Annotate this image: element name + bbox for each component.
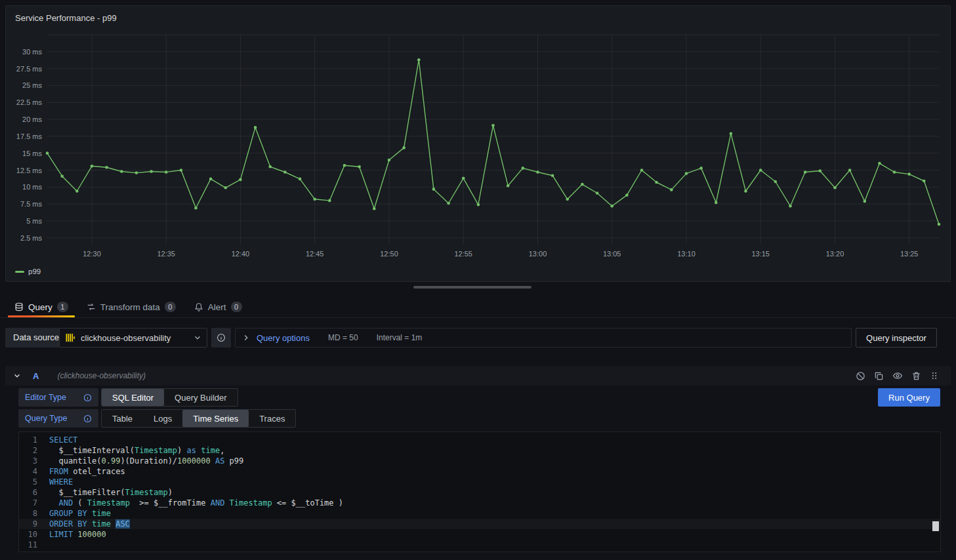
hide-response-eye-icon[interactable]: [892, 370, 903, 381]
series-point: [328, 199, 331, 203]
code-line-11[interactable]: 11: [19, 540, 940, 550]
series-point: [907, 172, 911, 176]
series-point: [640, 169, 644, 172]
series-point: [744, 190, 747, 193]
database-icon: [14, 302, 24, 311]
series-point: [447, 202, 450, 205]
datasource-help-button[interactable]: [211, 328, 231, 348]
line-number: 7: [19, 498, 49, 508]
query-type-time-series[interactable]: Time Series: [182, 410, 249, 427]
query-options-max-datapoints: MD = 50: [328, 333, 358, 342]
x-tick-label: 13:15: [751, 250, 770, 258]
series-point: [685, 172, 688, 175]
query-type-row: Query Type TableLogsTime SeriesTraces: [18, 409, 296, 428]
x-tick-label: 12:45: [306, 250, 324, 258]
info-circle-icon[interactable]: [83, 393, 92, 402]
editor-type-label-chip: Editor Type: [18, 388, 98, 407]
series-point: [358, 165, 361, 169]
y-tick-label: 27.5 ms: [16, 65, 43, 73]
query-options-bar: Query options MD = 50 Interval = 1m: [235, 328, 852, 348]
series-point: [848, 169, 852, 172]
code-line-1[interactable]: 1SELECT: [19, 435, 940, 445]
y-tick-label: 17.5 ms: [16, 132, 43, 140]
timeseries-panel: Service Performance - p99 2.5 ms5 ms7.5 …: [5, 5, 951, 282]
code-line-3[interactable]: 3 quantile(0.99)(Duration)/1000000 AS p9…: [19, 456, 940, 466]
series-point: [789, 205, 792, 208]
remove-query-trash-icon[interactable]: [911, 371, 921, 381]
code-line-7[interactable]: 7 AND ( Timestamp >= $__fromTime AND Tim…: [19, 498, 940, 508]
chevron-right-icon[interactable]: [242, 334, 250, 342]
bell-icon: [194, 302, 203, 311]
editor-type-sql-editor[interactable]: SQL Editor: [102, 389, 164, 406]
query-type-table[interactable]: Table: [102, 410, 143, 427]
horizontal-scrollbar-thumb[interactable]: [413, 286, 531, 289]
editor-scrollbar-thumb[interactable]: [932, 521, 939, 531]
clickhouse-logo-icon: [65, 332, 75, 343]
datasource-picker-value: clickhouse-observability: [81, 333, 171, 343]
series-point: [402, 146, 405, 150]
series-point: [819, 169, 822, 172]
series-point: [60, 174, 64, 178]
code-line-2[interactable]: 2 $__timeInterval(Timestamp) as time,: [19, 445, 940, 456]
drag-handle-icon[interactable]: [930, 371, 939, 380]
query-options-toggle[interactable]: Query options: [257, 333, 310, 343]
timeseries-chart[interactable]: 2.5 ms5 ms7.5 ms10 ms12.5 ms15 ms17.5 ms…: [10, 28, 946, 262]
chart-legend: p99: [15, 268, 41, 275]
series-point: [833, 186, 837, 190]
series-point: [938, 223, 941, 226]
duplicate-query-icon[interactable]: [874, 371, 884, 381]
series-point: [566, 198, 570, 201]
y-tick-label: 25 ms: [22, 81, 42, 89]
collapse-query-chevron-icon[interactable]: [13, 372, 21, 380]
tab-bar: Query 1 Transform data 0 Alert 0: [0, 296, 956, 318]
tab-query[interactable]: Query 1: [5, 296, 77, 317]
run-query-button[interactable]: Run Query: [878, 388, 940, 407]
series-point: [462, 177, 465, 180]
series-point: [551, 174, 554, 177]
code-line-10[interactable]: 10LIMIT 100000: [19, 529, 940, 540]
tab-alert[interactable]: Alert 0: [185, 296, 251, 317]
line-number: 4: [19, 466, 49, 477]
x-tick-label: 12:30: [83, 250, 101, 258]
query-actions: [856, 370, 939, 381]
x-tick-label: 12:50: [380, 250, 398, 258]
panel-title[interactable]: Service Performance - p99: [15, 13, 117, 23]
x-tick-label: 13:20: [826, 250, 844, 258]
code-line-8[interactable]: 8GROUP BY time: [19, 508, 940, 519]
series-point: [878, 162, 881, 165]
query-ref-id[interactable]: A: [33, 371, 39, 381]
query-type-logs[interactable]: Logs: [143, 410, 182, 427]
series-point: [730, 132, 733, 135]
series-point: [581, 183, 584, 186]
series-point: [283, 170, 287, 174]
y-tick-label: 2.5 ms: [20, 234, 43, 242]
legend-item-p99[interactable]: p99: [28, 268, 41, 275]
editor-type-query-builder[interactable]: Query Builder: [164, 389, 237, 406]
code-line-4[interactable]: 4FROM otel_traces: [19, 466, 940, 477]
disable-query-icon[interactable]: [856, 371, 865, 381]
code-line-5[interactable]: 5WHERE: [19, 477, 940, 487]
series-point: [923, 180, 926, 183]
code-line-6[interactable]: 6 $__timeFilter(Timestamp): [19, 487, 940, 498]
query-type-traces[interactable]: Traces: [249, 410, 295, 427]
legend-swatch: [15, 271, 24, 273]
line-number: 3: [19, 456, 49, 466]
series-point: [75, 190, 79, 193]
query-inspector-button[interactable]: Query inspector: [856, 328, 937, 348]
datasource-picker[interactable]: clickhouse-observability: [59, 328, 207, 348]
x-tick-label: 12:40: [232, 250, 250, 258]
series-point: [313, 198, 316, 201]
y-tick-label: 22.5 ms: [16, 98, 43, 106]
query-type-label-chip: Query Type: [18, 409, 98, 428]
series-point: [373, 207, 376, 210]
series-point: [91, 165, 94, 168]
series-point: [699, 167, 703, 170]
tab-transform-data[interactable]: Transform data 0: [77, 296, 185, 317]
query-type-label: Query Type: [25, 414, 67, 423]
code-line-9[interactable]: 9ORDER BY time ASC: [19, 519, 940, 529]
series-point: [180, 169, 183, 172]
editor-type-row: Editor Type SQL EditorQuery Builder: [18, 388, 238, 407]
sql-editor[interactable]: 1SELECT2 $__timeInterval(Timestamp) as t…: [18, 431, 941, 552]
line-number: 9: [19, 519, 49, 529]
info-circle-icon[interactable]: [83, 414, 92, 423]
